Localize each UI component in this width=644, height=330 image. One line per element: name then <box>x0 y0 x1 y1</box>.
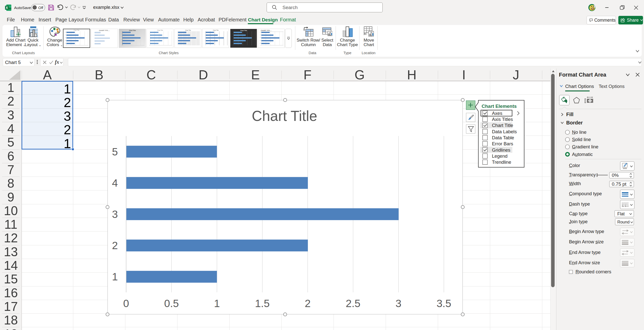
svg-text:Data Labels: Data Labels <box>492 129 517 134</box>
svg-text:1: 1 <box>64 136 71 151</box>
svg-text:Axes: Axes <box>492 111 502 116</box>
svg-text:3: 3 <box>64 109 71 123</box>
svg-text:Chart Title: Chart Title <box>492 123 513 128</box>
svg-text:Chart Title: Chart Title <box>213 29 219 31</box>
svg-text:4: 4 <box>7 122 14 136</box>
svg-text:Data Table: Data Table <box>492 135 514 140</box>
svg-text:A: A <box>43 69 52 82</box>
svg-text:11: 11 <box>4 217 17 232</box>
svg-text:1: 1 <box>64 82 71 96</box>
svg-text:CHART TITL…: CHART TITL… <box>99 30 110 31</box>
svg-text:5: 5 <box>7 135 14 149</box>
svg-text:15: 15 <box>4 272 18 286</box>
svg-text:8: 8 <box>7 176 14 190</box>
svg-text:3: 3 <box>7 108 14 122</box>
svg-text:16: 16 <box>4 286 18 300</box>
svg-text:2: 2 <box>64 122 71 137</box>
svg-text:14: 14 <box>4 258 18 273</box>
svg-text:Chart Title: Chart Title <box>157 29 163 31</box>
svg-text:Chart Title: Chart Title <box>74 29 80 31</box>
svg-text:19: 19 <box>4 327 18 330</box>
svg-text:B: B <box>95 69 103 82</box>
svg-text:2: 2 <box>64 95 71 110</box>
svg-text:G: G <box>354 69 365 82</box>
svg-text:1: 1 <box>7 81 14 95</box>
svg-text:J: J <box>513 69 519 82</box>
svg-text:I: I <box>462 69 466 82</box>
svg-text:6: 6 <box>7 149 14 163</box>
svg-text:18: 18 <box>4 313 18 327</box>
svg-text:H: H <box>407 69 417 82</box>
svg-text:10: 10 <box>4 204 18 218</box>
svg-text:Chart Title: Chart Title <box>240 30 247 31</box>
svg-text:Error Bars: Error Bars <box>492 141 513 146</box>
svg-text:CHART TITL…: CHART TITL… <box>261 30 272 31</box>
svg-text:12: 12 <box>4 231 18 245</box>
svg-text:9: 9 <box>7 190 14 204</box>
svg-text:Legend: Legend <box>492 153 508 159</box>
svg-text:D: D <box>199 69 208 82</box>
svg-text:C: C <box>147 69 156 82</box>
svg-text:Axis Titles: Axis Titles <box>492 117 513 122</box>
svg-text:Chart Title: Chart Title <box>185 29 191 31</box>
svg-text:E: E <box>251 69 260 82</box>
svg-text:Trendline: Trendline <box>492 159 511 165</box>
svg-text:17: 17 <box>4 300 18 314</box>
svg-text:13: 13 <box>4 245 18 259</box>
svg-text:F: F <box>304 69 312 82</box>
svg-text:X: X <box>6 6 8 10</box>
svg-text:Chart Title: Chart Title <box>129 30 136 31</box>
svg-text:Gridlines: Gridlines <box>492 147 510 153</box>
svg-text:2: 2 <box>7 94 14 108</box>
svg-text:7: 7 <box>7 163 14 177</box>
